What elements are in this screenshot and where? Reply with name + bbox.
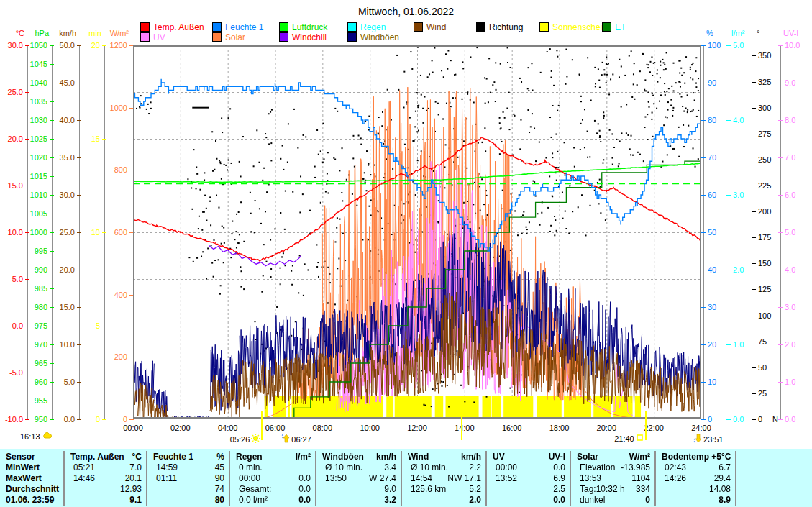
x-axis-label: 06:00 (260, 424, 291, 432)
axis-tick (701, 307, 706, 308)
axis-tick-label: 25.0 (0, 88, 23, 96)
table-row-label: 01.06. 23:59 (0, 495, 63, 506)
cell-time: 0.0 l/m² (230, 495, 268, 506)
axis-tick (50, 176, 54, 177)
axis-tick-label: 100 (708, 42, 721, 50)
legend-swatch-uv (140, 32, 150, 42)
table-col-header: UVUV-I (487, 452, 570, 462)
table-cell-row: 05:217.0 (65, 462, 146, 473)
cell-time: Elevation (571, 462, 615, 473)
axis-tick (752, 367, 756, 368)
axis-tick-label: 10.0 (0, 229, 23, 237)
axis-tick (77, 344, 81, 345)
cell-time: 0 min. (230, 462, 263, 473)
axis-tick (50, 326, 54, 326)
axis-tick (752, 393, 756, 394)
table-col-wind: Windkm/hØ 10 min.2.214:54NW 17.1125.6 km… (402, 449, 485, 507)
x-axis-label: 16:00 (496, 424, 528, 432)
axis-tick (752, 419, 756, 420)
row-label: Durchschnitt (0, 484, 59, 495)
cell-value: 45 (215, 462, 229, 473)
axis-tick (726, 195, 731, 196)
cell-value: 14.08 (709, 484, 735, 495)
axis-unit-label: W/m² (101, 29, 129, 37)
axis-tick (752, 55, 756, 56)
axis-tick-label: 5.0 (733, 42, 744, 50)
axis-tick (752, 108, 756, 109)
table-col-header: Regenl/m² (230, 452, 315, 462)
table-cell-row: 02:436.7 (656, 462, 735, 473)
compass-n-label: N (772, 416, 778, 424)
sun-event-time: 05:26 (230, 435, 250, 444)
table-cell-row: Elevation-13.985 (571, 462, 654, 473)
x-axis-label: 08:00 (306, 424, 338, 432)
table-cell-row: 0.0 (487, 495, 570, 506)
cell-time (487, 495, 496, 506)
table-cell-row: 80 (147, 495, 229, 506)
legend-label: Solar (225, 32, 245, 42)
row-label: Sensor (0, 452, 35, 462)
legend-swatch-sonnenschein (539, 22, 549, 32)
cell-time: 05:21 (65, 462, 95, 473)
axis-tick-label: 1.0 (733, 341, 744, 349)
table-cell-row: 00:000.0 (487, 462, 570, 473)
axis-unit-label: hPa (22, 29, 49, 37)
axis-tick-label: 125 (758, 286, 771, 293)
cell-time: 13:50 (316, 473, 347, 484)
axis-tick-label: 0.0 (49, 416, 75, 424)
axis-tick (102, 326, 106, 326)
row-label: MaxWert (0, 473, 42, 484)
moonset-icon (280, 434, 291, 444)
axis-unit-label: °C (0, 29, 24, 37)
legend-item: Windböen (347, 32, 399, 42)
legend-swatch-windb-en (347, 32, 357, 42)
axis-tick-label: 990 (22, 266, 47, 274)
axis-tick-label: 5.0 (785, 229, 795, 237)
axis-tick (50, 363, 54, 364)
page-title: Mittwoch, 01.06.2022 (0, 6, 812, 17)
cell-time (316, 484, 325, 495)
x-axis-label: 14:00 (449, 424, 480, 432)
axis-tick (778, 45, 783, 46)
axis-tick-label: 965 (22, 360, 47, 367)
col-unit: W/m² (629, 452, 654, 462)
axis-tick-label: 15.0 (49, 303, 75, 311)
axis-tick-label: 25 (758, 390, 767, 398)
sunset-icon (634, 434, 645, 443)
table-cell-row: 00:000.0 (230, 473, 315, 484)
cell-value: 0.0 (298, 495, 315, 506)
cell-value: 0.0 (553, 495, 570, 506)
row-label: 01.06. 23:59 (0, 495, 54, 506)
axis-tick-label: 1020 (22, 154, 47, 162)
axis-tick-label: 1200 (101, 42, 127, 50)
axis-tick-label: 980 (22, 303, 47, 311)
axis-tick-label: 2.0 (733, 266, 744, 274)
legend-item: Sonnenschein (539, 22, 607, 32)
axis-tick-label: 45.0 (49, 79, 75, 87)
axis-tick-label: 1025 (22, 135, 47, 143)
axis-tick-label: 1030 (22, 117, 47, 124)
cell-value: 9.1 (129, 495, 146, 506)
axis-tick (25, 186, 29, 186)
table-col-header: SolarW/m² (571, 452, 654, 462)
axis-tick (778, 232, 783, 233)
cell-value: 3.2 (384, 495, 401, 506)
cell-time: 00:00 (487, 462, 517, 473)
axis-tick (77, 120, 81, 121)
cell-time (147, 495, 156, 506)
plot-canvas (133, 45, 701, 419)
axis-tick-label: 1035 (22, 98, 47, 106)
col-unit: % (216, 452, 229, 462)
axis-tick-label: 40.0 (49, 117, 75, 124)
axis-unit-label: min (74, 29, 101, 37)
legend-label: ET (615, 22, 626, 32)
sun-event-time: 06:27 (291, 435, 311, 444)
cell-value: 2.5 (553, 484, 570, 495)
axis-tick (726, 270, 731, 270)
cell-value: 3.4 (384, 462, 401, 473)
col-unit: °C (721, 452, 735, 462)
event-time-marker (461, 411, 462, 440)
axis-unit-label: % (706, 29, 713, 37)
cell-time (656, 484, 665, 495)
cell-time: 01:11 (147, 473, 177, 484)
